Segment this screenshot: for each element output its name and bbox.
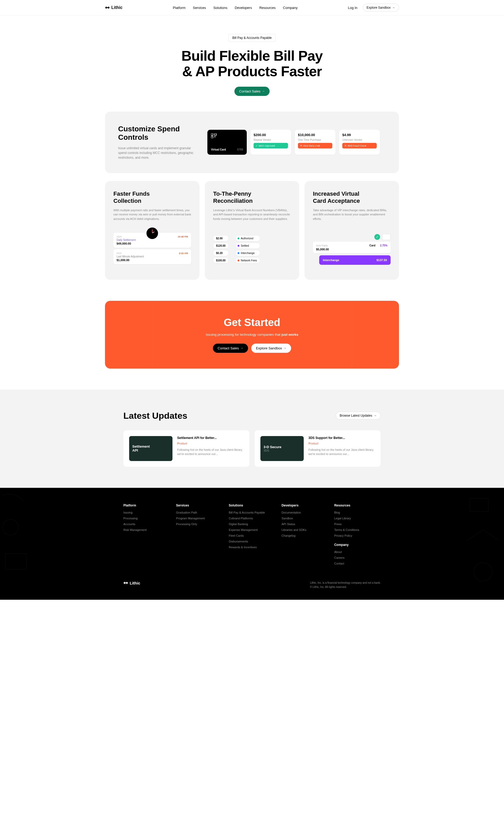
arrow-icon: → bbox=[240, 346, 243, 349]
cta-title: Get Started bbox=[116, 317, 388, 328]
arrow-icon: → bbox=[392, 6, 395, 9]
footer-link[interactable]: Press bbox=[334, 523, 381, 526]
card-icon bbox=[382, 234, 391, 240]
decoration bbox=[0, 488, 42, 600]
footer-link[interactable]: Fleet Cards bbox=[229, 534, 275, 537]
footer-link[interactable]: Blog bbox=[334, 511, 381, 514]
site-footer: Platform Issuing Processing Accounts Ris… bbox=[0, 488, 504, 600]
footer-col-solutions: Solutions Bill Pay & Accounts Payable Co… bbox=[229, 504, 275, 568]
nav-resources[interactable]: Resources bbox=[259, 6, 276, 10]
status-badge: ✓MCC Approved bbox=[254, 143, 288, 149]
logo-icon bbox=[105, 6, 110, 9]
feature-title: Customize Spend Controls bbox=[118, 125, 197, 141]
brand-name: Lithic bbox=[111, 5, 123, 10]
footer-link[interactable]: Issuing bbox=[123, 511, 170, 514]
cta-text: Issuing processing for technology compan… bbox=[116, 332, 388, 337]
clock-icon bbox=[146, 227, 158, 239]
footer-col-services: Services Graduation Path Program Managem… bbox=[176, 504, 223, 568]
footer-logo[interactable]: Lithic bbox=[123, 581, 140, 585]
browse-updates-button[interactable]: Browse Latest Updates→ bbox=[336, 412, 381, 419]
svg-rect-2 bbox=[211, 136, 213, 138]
footer-link[interactable]: Cobrand Platforms bbox=[229, 517, 275, 520]
footer-link[interactable]: API Status bbox=[281, 523, 328, 526]
status-badge: ✕Over Daily Limit bbox=[298, 143, 332, 149]
settlement-item: ACH2:15 AM Last Minute Adjustment $1,000… bbox=[113, 249, 191, 264]
cross-icon: ✕ bbox=[300, 144, 302, 147]
nav-developers[interactable]: Developers bbox=[235, 6, 252, 10]
hero-title: Build Flexible Bill Pay & AP Products Fa… bbox=[5, 48, 499, 79]
footer-link[interactable]: Careers bbox=[334, 556, 381, 559]
arrow-icon: → bbox=[262, 90, 265, 93]
logo[interactable]: Lithic bbox=[105, 5, 123, 10]
virtual-card: Virtual Card 6789 bbox=[208, 130, 247, 155]
footer-link[interactable]: Program Management bbox=[176, 517, 223, 520]
explore-sandbox-button[interactable]: Explore Sandbox → bbox=[363, 4, 399, 11]
footer-link[interactable]: Documentation bbox=[281, 511, 328, 514]
footer-link[interactable]: Processing Only bbox=[176, 523, 223, 526]
nav-solutions[interactable]: Solutions bbox=[214, 6, 227, 10]
feature-reconciliation: To-The-PennyReconciliation Leverage Lith… bbox=[205, 181, 299, 280]
decoration bbox=[105, 301, 152, 369]
logo-icon bbox=[123, 581, 128, 585]
footer-col-platform: Platform Issuing Processing Accounts Ris… bbox=[123, 504, 170, 568]
footer-link[interactable]: Risk Management bbox=[123, 528, 170, 531]
cta-section: Get Started Issuing processing for techn… bbox=[94, 301, 410, 369]
footer-link[interactable]: Graduation Path bbox=[176, 511, 223, 514]
txn-card: $4.99 Unknown Vendor ✕3DS Fraud Check bbox=[339, 130, 380, 155]
dot-icon bbox=[238, 252, 239, 254]
footer-link[interactable]: Changelog bbox=[281, 534, 328, 537]
hero: Bill Pay & Accounts Payable Build Flexib… bbox=[0, 15, 504, 112]
footer-link[interactable]: Disbursements bbox=[229, 540, 275, 543]
feature-faster-funds: Faster FundsCollection With multiple pay… bbox=[105, 181, 199, 280]
footer-link[interactable]: Terms & Conditions bbox=[334, 528, 381, 531]
nav-platform[interactable]: Platform bbox=[173, 6, 185, 10]
update-thumbnail: 3-D Secure 3DS bbox=[261, 436, 304, 461]
legal-text: Lithic, Inc. is a financial technology c… bbox=[310, 581, 381, 589]
explore-sandbox-button[interactable]: Explore Sandbox→ bbox=[251, 343, 291, 353]
update-card[interactable]: Settlement API Settlement API for Better… bbox=[123, 430, 249, 467]
login-link[interactable]: Log In bbox=[348, 6, 357, 10]
cross-icon: ✕ bbox=[345, 144, 347, 147]
three-column-features: Faster FundsCollection With multiple pay… bbox=[105, 181, 399, 280]
dot-icon bbox=[238, 245, 239, 247]
svg-point-4 bbox=[3, 519, 18, 535]
updates-title: Latest Updates bbox=[123, 411, 187, 421]
footer-link[interactable]: Legal Library bbox=[334, 517, 381, 520]
status-badge: ✕3DS Fraud Check bbox=[342, 143, 377, 149]
interchange-badge: Interchange $137.50 bbox=[319, 255, 391, 265]
footer-link[interactable]: Sandbox bbox=[281, 517, 328, 520]
arrow-icon: → bbox=[283, 346, 286, 349]
footer-link[interactable]: Libraries and SDKs bbox=[281, 528, 328, 531]
site-header: Lithic Platform Services Solutions Devel… bbox=[0, 0, 504, 15]
footer-link[interactable]: Privacy Policy bbox=[334, 534, 381, 537]
main-nav: Platform Services Solutions Developers R… bbox=[173, 6, 297, 10]
footer-link[interactable]: Bill Pay & Accounts Payable bbox=[229, 511, 275, 514]
footer-link[interactable]: Digital Banking bbox=[229, 523, 275, 526]
update-thumbnail: Settlement API bbox=[129, 436, 173, 461]
svg-point-7 bbox=[474, 563, 492, 581]
footer-link[interactable]: Contact bbox=[334, 562, 381, 565]
nav-services[interactable]: Services bbox=[193, 6, 206, 10]
feature-desc: Issue unlimited virtual cards and implem… bbox=[118, 146, 197, 160]
footer-col-developers: Developers Documentation Sandbox API Sta… bbox=[281, 504, 328, 568]
update-card[interactable]: 3-D Secure 3DS 3DS Support for Better...… bbox=[255, 430, 381, 467]
dot-icon bbox=[238, 238, 239, 239]
txn-card: $10,000.00 One Time Purchase ✕Over Daily… bbox=[295, 130, 335, 155]
transfer-row: ACH Trans Card 2.75% $5,000.00 bbox=[313, 242, 391, 253]
dot-icon bbox=[238, 259, 239, 261]
hero-badge: Bill Pay & Accounts Payable bbox=[228, 34, 276, 42]
nav-company[interactable]: Company bbox=[283, 6, 298, 10]
arrow-icon: → bbox=[374, 414, 377, 417]
footer-col-resources: Resources Blog Legal Library Press Terms… bbox=[334, 504, 381, 568]
svg-rect-0 bbox=[211, 133, 213, 135]
latest-updates: Latest Updates Browse Latest Updates→ Se… bbox=[0, 389, 504, 488]
svg-rect-6 bbox=[470, 498, 488, 511]
contact-sales-button[interactable]: Contact Sales→ bbox=[213, 343, 248, 353]
footer-link[interactable]: Rewards & Incentives bbox=[229, 546, 275, 549]
footer-link[interactable]: Expense Management bbox=[229, 528, 275, 531]
qr-icon bbox=[211, 133, 217, 138]
footer-link[interactable]: Accounts bbox=[123, 523, 170, 526]
footer-link[interactable]: Processing bbox=[123, 517, 170, 520]
footer-link[interactable]: About bbox=[334, 550, 381, 553]
contact-sales-button[interactable]: Contact Sales → bbox=[234, 87, 270, 96]
